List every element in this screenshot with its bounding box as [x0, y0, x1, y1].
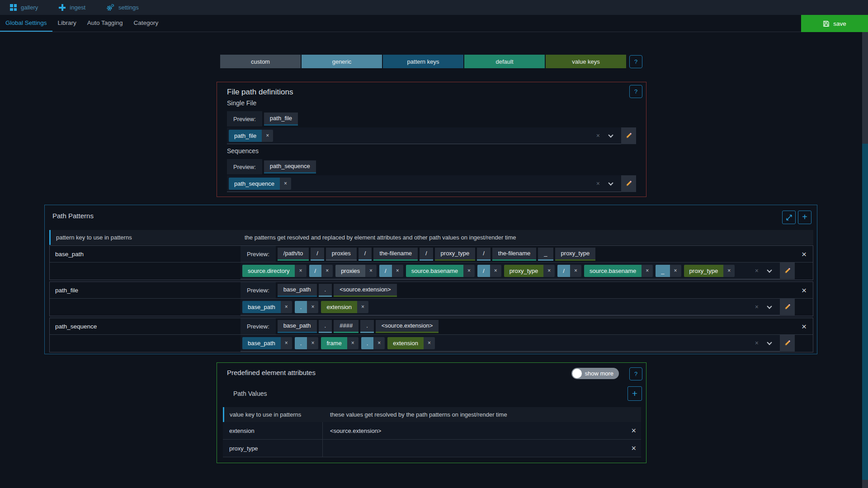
edit-pattern-button[interactable]: [780, 263, 795, 279]
edit-pattern-button[interactable]: [621, 175, 636, 192]
chip-remove-icon[interactable]: ×: [543, 265, 555, 277]
chip-label: proxy_type: [684, 265, 724, 277]
preview-token-generic: .: [319, 284, 332, 297]
chip-remove-icon[interactable]: ×: [373, 337, 385, 349]
chip-remove-icon[interactable]: ×: [723, 265, 735, 277]
selected-chips: base_path×.×frame×.×extension×: [242, 337, 435, 349]
chevron-down-icon[interactable]: [767, 304, 772, 309]
edit-pattern-button[interactable]: [780, 299, 795, 315]
clear-selection-icon[interactable]: ×: [596, 132, 600, 139]
delete-pattern-icon[interactable]: ×: [802, 250, 807, 258]
clear-selection-icon[interactable]: ×: [755, 267, 759, 274]
chip-remove-icon[interactable]: ×: [670, 265, 681, 277]
chip-remove-icon[interactable]: ×: [570, 265, 581, 277]
chip-remove-icon[interactable]: ×: [357, 301, 368, 313]
tab-library[interactable]: Library: [52, 15, 82, 32]
pattern-select[interactable]: path_sequence××: [227, 175, 636, 192]
edit-pattern-button[interactable]: [780, 335, 795, 352]
chip-remove-icon[interactable]: ×: [281, 301, 292, 313]
legend-default-button[interactable]: default: [464, 55, 545, 68]
add-path-value-button[interactable]: +: [627, 386, 642, 401]
edit-pattern-button[interactable]: [621, 127, 636, 144]
legend-custom-button[interactable]: custom: [220, 55, 301, 68]
chip-label: proxies: [335, 265, 365, 277]
pattern-chip: extension×: [321, 301, 368, 313]
chip-remove-icon[interactable]: ×: [347, 337, 359, 349]
chip-remove-icon[interactable]: ×: [642, 265, 653, 277]
chip-remove-icon[interactable]: ×: [463, 265, 475, 277]
pattern-select[interactable]: source.directory×/×proxies×/×source.base…: [241, 263, 795, 279]
tab-auto-tagging[interactable]: Auto Tagging: [82, 15, 128, 32]
chip-label: .: [295, 301, 307, 313]
sequences-label: Sequences: [227, 147, 636, 155]
chip-label: /: [557, 265, 570, 277]
value-key-cell[interactable]: proxy_type: [223, 440, 323, 457]
tab-category[interactable]: Category: [128, 15, 164, 32]
scrollbar-thumb[interactable]: [862, 144, 868, 480]
file-path-definitions-help-button[interactable]: ?: [629, 85, 642, 98]
file-path-definitions-panel: File path definitions ? Single File Prev…: [217, 82, 646, 197]
preview-token-pattern: base_path: [278, 320, 317, 333]
tab-global-settings[interactable]: Global Settings: [0, 15, 52, 32]
chip-remove-icon[interactable]: ×: [307, 301, 318, 313]
chip-remove-icon[interactable]: ×: [262, 130, 273, 142]
add-pattern-button[interactable]: +: [798, 211, 811, 224]
pattern-chip: /×: [379, 265, 403, 277]
chevron-down-icon[interactable]: [767, 340, 772, 345]
settings-gears-icon: [106, 4, 114, 11]
pattern-select[interactable]: path_file××: [227, 127, 636, 144]
save-button[interactable]: save: [801, 15, 868, 32]
clear-selection-icon[interactable]: ×: [755, 303, 759, 310]
chip-remove-icon[interactable]: ×: [321, 265, 333, 277]
predefined-attributes-panel: Predefined element attributes show more …: [217, 362, 646, 463]
pattern-chip: frame×: [321, 337, 358, 349]
preview-token-value: <source.extension>: [334, 284, 396, 297]
delete-value-icon[interactable]: ×: [631, 444, 636, 452]
single-file-section: Single File Preview: path_file path_file…: [227, 99, 636, 144]
chevron-down-icon[interactable]: [608, 180, 613, 185]
chevron-down-icon[interactable]: [767, 267, 772, 272]
chip-label: .: [295, 337, 307, 349]
predefined-attributes-help-button[interactable]: ?: [629, 367, 642, 380]
pattern-select[interactable]: base_path×.×frame×.×extension××: [241, 335, 795, 352]
scrollbar[interactable]: [862, 32, 868, 488]
legend-generic-button[interactable]: generic: [302, 55, 382, 68]
predefined-attributes-title: Predefined element attributes: [227, 369, 316, 376]
chip-remove-icon[interactable]: ×: [365, 265, 377, 277]
legend-value-keys-button[interactable]: value keys: [546, 55, 626, 68]
show-more-toggle[interactable]: show more: [571, 368, 619, 379]
chip-label: source.basename: [406, 265, 463, 277]
value-key-cell[interactable]: extension: [223, 422, 323, 439]
chip-remove-icon[interactable]: ×: [307, 337, 318, 349]
value-content-cell[interactable]: [323, 440, 330, 457]
value-content-cell[interactable]: <source.extension>: [323, 422, 381, 439]
clear-selection-icon[interactable]: ×: [596, 180, 600, 187]
pattern-preview-chips: base_path.####.<source.extension>: [276, 318, 439, 334]
path-values-rows: extension<source.extension>×proxy_type×: [223, 422, 641, 457]
chip-remove-icon[interactable]: ×: [281, 337, 292, 349]
chip-remove-icon[interactable]: ×: [280, 178, 291, 190]
pattern-chip: .×: [361, 337, 385, 349]
delete-pattern-icon[interactable]: ×: [802, 286, 807, 295]
pattern-select[interactable]: base_path×.×extension××: [241, 299, 795, 315]
preview-token-custom: proxies: [326, 248, 357, 261]
chip-remove-icon[interactable]: ×: [295, 265, 306, 277]
pattern-row-spacer: [50, 299, 241, 315]
delete-value-icon[interactable]: ×: [631, 427, 636, 435]
nav-gallery[interactable]: gallery: [10, 4, 38, 11]
nav-settings[interactable]: settings: [106, 4, 139, 11]
chip-remove-icon[interactable]: ×: [490, 265, 501, 277]
path-pattern-row: base_pathPreview:/path/to/proxies/the-fi…: [49, 245, 813, 280]
chip-remove-icon[interactable]: ×: [392, 265, 403, 277]
legend-help-button[interactable]: ?: [629, 55, 642, 68]
pencil-icon: [784, 304, 791, 310]
expand-panel-button[interactable]: [782, 211, 796, 224]
path-values-table-header: value key to use in patterns these value…: [223, 407, 641, 422]
legend-pattern-keys-button[interactable]: pattern keys: [383, 55, 463, 68]
clear-selection-icon[interactable]: ×: [755, 339, 759, 347]
chevron-down-icon[interactable]: [608, 132, 613, 137]
delete-pattern-icon[interactable]: ×: [802, 322, 807, 331]
nav-ingest[interactable]: ingest: [59, 4, 85, 11]
chip-remove-icon[interactable]: ×: [424, 337, 435, 349]
pattern-preview-cell: Preview:base_path.####.<source.extension…: [241, 318, 813, 335]
